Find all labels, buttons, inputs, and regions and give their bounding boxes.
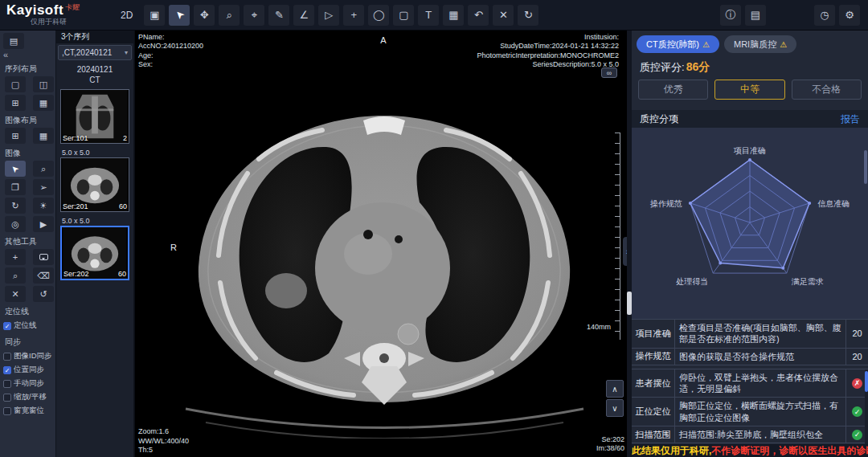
grade-medium-button[interactable]: 中等 <box>714 80 784 100</box>
image-layout-2x2-icon[interactable]: ⊞ <box>5 128 26 144</box>
report-link[interactable]: 报告 <box>841 112 860 126</box>
qc-table-row[interactable]: 扫描范围扫描范围:肺尖至肺底，胸壁组织包全✓ <box>632 426 868 443</box>
toolbar-right-group: ⓘ▤ <box>720 5 766 26</box>
pan-icon[interactable]: ✥ <box>194 5 215 26</box>
cursor-icon[interactable]: ➤ <box>169 5 190 26</box>
sync-position-checkbox[interactable]: ✓位置同步 <box>0 363 55 377</box>
delete-icon[interactable]: ✕ <box>493 5 514 26</box>
checkbox-box[interactable] <box>3 407 11 415</box>
grid-layout-icon[interactable]: ▦ <box>443 5 464 26</box>
target-icon[interactable]: ⌖ <box>244 5 264 26</box>
qc-score: 质控评分:86分 <box>632 55 868 75</box>
series-thumbnail[interactable]: Ser:1012 <box>60 89 129 144</box>
qc-item-name: 正位定位 <box>632 398 675 426</box>
ct-image[interactable] <box>158 75 612 439</box>
cursor-tool-icon[interactable]: ➤ <box>5 161 26 177</box>
series-layout-3x3-icon[interactable]: ▦ <box>33 95 54 111</box>
scrollbar-track[interactable] <box>865 369 868 444</box>
reset-tool-icon[interactable]: ↺ <box>33 286 54 302</box>
toolbar-settings-group: ◷⚙ <box>814 5 860 26</box>
series-layout-1x2-icon: ◫ <box>39 80 47 90</box>
target-tool-icon[interactable]: ◎ <box>5 216 26 232</box>
sync-image-id-checkbox[interactable]: 图像ID同步 <box>0 349 55 363</box>
zoom-icon[interactable]: ⌕ <box>219 5 240 26</box>
series-panel: 3个序列 ,CT,20240121 ▾ 20240121CT Ser:10125… <box>56 31 134 457</box>
series-thumbnail[interactable]: 5.0 x 5.0Ser:20160 <box>60 148 129 212</box>
add-tool-icon[interactable]: + <box>5 249 26 265</box>
sync-window-checkbox[interactable]: 窗宽窗位 <box>0 404 55 418</box>
scrollbar-thumb[interactable] <box>864 150 867 184</box>
grade-fail-button[interactable]: 不合格 <box>792 80 862 100</box>
sync-manual-checkbox[interactable]: 手动同步 <box>0 377 55 390</box>
report-icon[interactable]: ▤ <box>745 5 766 26</box>
qc-grade-buttons: 优秀中等不合格 <box>632 75 868 100</box>
tab-ct-lung-qc[interactable]: CT质控(肺部)⚠ <box>637 35 719 53</box>
checkbox-box[interactable] <box>3 353 11 361</box>
checkbox-box[interactable]: ✓ <box>3 322 11 330</box>
play-icon[interactable]: ▶ <box>33 216 54 232</box>
render-info-line: WW/WL:400/40 <box>138 437 189 446</box>
sync-zoom-pan-checkbox[interactable]: 缩放/平移 <box>0 390 55 404</box>
study-label: 20240121CT <box>56 64 133 85</box>
cine-play-icon[interactable]: ▷ <box>318 5 339 26</box>
qc-table-row[interactable]: 操作规范图像的获取是否符合操作规范20 <box>632 349 868 365</box>
series-layout-1x2-icon[interactable]: ◫ <box>33 76 54 92</box>
series-layout-1x1-icon[interactable]: ▢ <box>5 76 26 92</box>
eraser-icon[interactable]: ⌫ <box>33 267 54 284</box>
send-icon[interactable]: ➢ <box>33 179 54 195</box>
qc-table-row[interactable]: 患者摆位仰卧位，双臂上举抱头，患者体位摆放合适，无明显偏斜✗ <box>632 369 868 398</box>
reset-icon[interactable]: ↻ <box>518 5 538 26</box>
gear-icon: ⚙ <box>845 9 854 21</box>
series-thumbnail[interactable]: 5.0 x 5.0Ser:20260 <box>60 216 129 280</box>
image-layout-icon[interactable]: ▣ <box>144 5 165 26</box>
history-icon[interactable]: ◷ <box>814 5 835 26</box>
rect-roi-icon[interactable]: ▢ <box>393 5 414 26</box>
checkbox-box[interactable] <box>3 380 11 388</box>
cine-play-icon: ▷ <box>325 9 333 21</box>
comment-icon[interactable] <box>33 249 54 265</box>
series-select-dropdown[interactable]: ,CT,20240121 ▾ <box>58 45 132 60</box>
gear-icon[interactable]: ⚙ <box>839 5 860 26</box>
collapse-sidebar-button[interactable]: « <box>0 49 55 59</box>
brightness-icon[interactable]: ☀ <box>33 198 54 214</box>
section-label: 图像布局 <box>5 115 55 126</box>
series-layout-2x2-icon[interactable]: ⊞ <box>5 95 26 111</box>
add-annotation-icon[interactable]: + <box>343 5 364 26</box>
tab-mri-brain-qc[interactable]: MRI脑质控⚠ <box>724 35 796 53</box>
info-icon[interactable]: ⓘ <box>720 5 741 26</box>
locator-line-checkbox[interactable]: ✓定位线 <box>0 319 55 333</box>
image-stack-scrollbar[interactable] <box>627 31 632 457</box>
qc-subsection-title: 质控分项 <box>640 112 678 126</box>
mode-2d-label[interactable]: 2D <box>121 10 133 21</box>
rotate-icon[interactable]: ↻ <box>5 198 26 214</box>
image-layout-2x2-icon: ⊞ <box>11 131 18 141</box>
warning-icon: ⚠ <box>780 40 787 49</box>
magnifier-icon[interactable]: ⌕ <box>33 161 54 177</box>
undo-icon[interactable]: ↶ <box>468 5 489 26</box>
scrollbar-thumb[interactable] <box>865 371 868 392</box>
checkbox-box[interactable]: ✓ <box>3 366 11 374</box>
ellipse-roi-icon[interactable]: ◯ <box>368 5 389 26</box>
grade-excellent-button[interactable]: 优秀 <box>638 80 708 100</box>
search-roi-icon[interactable]: ⌕ <box>5 267 26 284</box>
main-toolbar: ▣➤✥⌕⌖✎∠▷+◯▢T▦↶✕↻ <box>144 5 538 26</box>
zoom-icon: ⌕ <box>227 9 232 22</box>
image-layout-3x3-icon[interactable]: ▦ <box>33 128 54 144</box>
close-tool-icon[interactable]: ✕ <box>5 286 26 302</box>
qc-table-row[interactable]: 项目准确检查项目是否准确(项目如脑部、胸部、腹部是否在标准的范围内容)20 <box>632 320 868 349</box>
close-tool-icon: ✕ <box>11 289 18 300</box>
link-icon[interactable]: ∞ <box>601 67 617 78</box>
qc-table-row[interactable]: 正位定位胸部正位定位，横断面螺旋方式扫描，有胸部正位定位图像✓ <box>632 398 868 426</box>
scroll-up-button[interactable]: ∧ <box>606 380 624 398</box>
pencil-icon[interactable]: ✎ <box>268 5 289 26</box>
text-annotation-icon[interactable]: T <box>418 5 439 26</box>
panel-toggle-icon[interactable]: ▤ <box>3 33 24 49</box>
series-position-line: Se:202 <box>596 435 624 444</box>
scroll-down-button[interactable]: ∨ <box>606 399 624 417</box>
angle-measure-icon[interactable]: ∠ <box>293 5 314 26</box>
series-position-line: Im:38/60 <box>596 444 624 453</box>
copy-layer-icon[interactable]: ❐ <box>5 179 26 195</box>
checkbox-label: 定位线 <box>14 320 37 331</box>
scrollbar-thumb[interactable] <box>627 292 632 315</box>
checkbox-box[interactable] <box>3 394 11 402</box>
